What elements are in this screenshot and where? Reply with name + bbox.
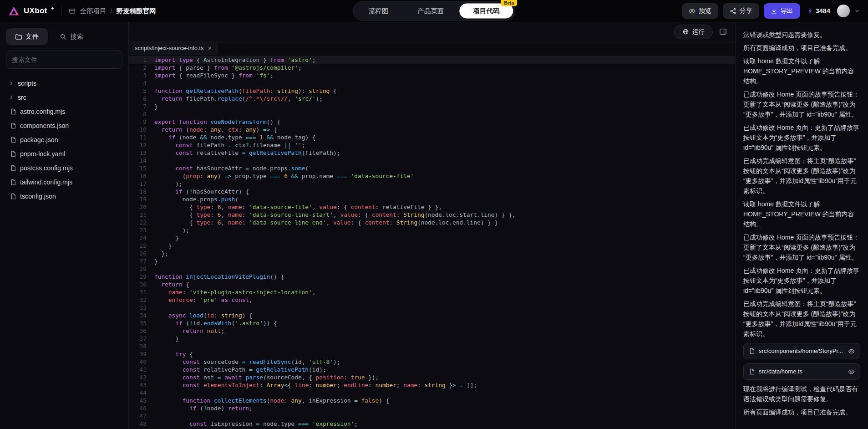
code-line[interactable]: 46 if (!node) return; (129, 404, 735, 412)
code-line[interactable]: 11 if (node && node.type === 1 && node.t… (129, 133, 735, 141)
code-line[interactable]: 38 (129, 342, 735, 350)
code-line[interactable]: 12 const filePath = ctx?.filename || ''; (129, 141, 735, 149)
code-line[interactable]: 4 (129, 79, 735, 87)
code-line[interactable]: 19 node.props.push( (129, 195, 735, 203)
logo-icon (8, 5, 20, 17)
code-line[interactable]: 43 const elementsToInject: Array<{ line:… (129, 381, 735, 389)
share-button[interactable]: 分享 (723, 3, 759, 19)
code-line[interactable]: 16 (prop: any) => prop.type === 6 && pro… (129, 172, 735, 180)
editor-tab[interactable]: scripts/inject-source-info.ts × (129, 41, 218, 55)
brand[interactable]: UXbot + (8, 5, 54, 17)
code-line[interactable]: 5function getRelativePath(filePath: stri… (129, 87, 735, 95)
breadcrumb-project-name[interactable]: 野麦精酿官网 (116, 7, 156, 15)
file-chip[interactable]: src/data/home.ts (743, 363, 860, 380)
tree-file[interactable]: tsconfig.json (6, 189, 122, 203)
code-line[interactable]: 15 const hasSourceAttr = node.props.some… (129, 164, 735, 172)
file-icon (10, 108, 16, 115)
code-line[interactable]: 35 if (!id.endsWith('.astro')) { (129, 319, 735, 327)
tree-file[interactable]: package.json (6, 133, 122, 147)
line-number: 31 (129, 288, 154, 296)
export-button[interactable]: 导出 (764, 3, 800, 19)
code-line[interactable]: 13 const relativeFile = getRelativePath(… (129, 149, 735, 157)
code-line[interactable]: 7} (129, 102, 735, 110)
file-search-input[interactable] (6, 51, 122, 69)
code-line[interactable]: 22 { type: 6, name: 'data-source-line-en… (129, 219, 735, 226)
code-line[interactable]: 8 (129, 110, 735, 118)
chat-message: 所有页面编译成功，项目已准备完成。 (743, 407, 860, 417)
line-number: 11 (129, 133, 154, 141)
code-line[interactable]: 6 return filePath.replace(/^.*\/src\//, … (129, 95, 735, 102)
code-line[interactable]: 27} (129, 257, 735, 265)
code-line[interactable]: 42 const ast = await parse(sourceCode, {… (129, 373, 735, 381)
tree-file[interactable]: components.json (6, 118, 122, 133)
mode-tab-project-code[interactable]: 项目代码Beta (459, 4, 513, 19)
code-line[interactable]: 26 }; (129, 250, 735, 257)
code-line[interactable]: 29function injectLocationVitePlugin() { (129, 273, 735, 281)
file-name: astro.config.mjs (20, 108, 65, 115)
files-tab[interactable]: 文件 (6, 28, 48, 45)
avatar[interactable] (837, 5, 850, 17)
eye-icon[interactable] (848, 348, 855, 355)
code-line[interactable]: 10 return (node: any, ctx: any) => { (129, 126, 735, 133)
code-line[interactable]: 37 } (129, 335, 735, 342)
line-number: 5 (129, 87, 154, 95)
breadcrumb-all-projects[interactable]: 全部项目 (80, 7, 106, 15)
mode-tab-product-page[interactable]: 产品页面 (404, 4, 457, 19)
code-line[interactable]: 36 return null; (129, 327, 735, 335)
code-line[interactable]: 28 (129, 265, 735, 273)
tree-folder-src[interactable]: src (6, 90, 122, 104)
code-line[interactable]: 2import { parse } from '@astrojs/compile… (129, 64, 735, 72)
file-chip[interactable]: src/components/home/StoryPr... (743, 343, 860, 359)
line-number: 28 (129, 265, 154, 273)
code-line[interactable]: 40 const sourceCode = readFileSync(id, '… (129, 358, 735, 366)
mode-tab-flowchart[interactable]: 流程图 (355, 4, 402, 19)
code-line[interactable]: 25 } (129, 242, 735, 250)
tree-file[interactable]: astro.config.mjs (6, 104, 122, 118)
eye-icon[interactable] (848, 368, 855, 375)
code-line[interactable]: 24 } (129, 234, 735, 242)
code-line[interactable]: 48 const isExpression = node.type === 'e… (129, 420, 735, 428)
chevron-down-icon[interactable] (854, 8, 860, 14)
code-line[interactable]: 1import type { AstroIntegration } from '… (129, 56, 735, 64)
file-icon (10, 179, 16, 185)
code-line[interactable]: 17 ); (129, 180, 735, 188)
tree-folder-scripts[interactable]: scripts (6, 76, 122, 90)
code-line[interactable]: 14 (129, 157, 735, 164)
share-icon (730, 8, 736, 15)
search-tab-label: 搜索 (70, 32, 83, 41)
toggle-right-panel-button[interactable] (718, 27, 728, 36)
code-line[interactable]: 41 const relativePath = getRelativePath(… (129, 366, 735, 373)
editor-header: 运行 (129, 22, 735, 41)
code-line[interactable]: 30 return { (129, 281, 735, 288)
tree-file[interactable]: postcss.config.mjs (6, 161, 122, 175)
code-line[interactable]: 39 try { (129, 350, 735, 358)
code-area[interactable]: 1import type { AstroIntegration } from '… (129, 55, 735, 429)
run-button[interactable]: 运行 (674, 25, 713, 39)
line-number: 16 (129, 172, 154, 180)
credits: 3484 (807, 7, 830, 15)
search-tab[interactable]: 搜索 (51, 28, 92, 45)
preview-button[interactable]: 预览 (682, 3, 718, 19)
code-line[interactable]: 33 (129, 304, 735, 312)
code-line[interactable]: 9export function vueNodeTransform() { (129, 118, 735, 126)
code-line[interactable]: 44 (129, 389, 735, 397)
chat-panel[interactable]: 法错误或类型问题需要修复。所有页面编译成功，项目已准备完成。读取 home 数据… (735, 22, 868, 429)
code-line[interactable]: 32 enforce: 'pre' as const, (129, 296, 735, 304)
tree-file[interactable]: pnpm-lock.yaml (6, 147, 122, 161)
code-line[interactable]: 31 name: 'vite-plugin-astro-inject-locat… (129, 288, 735, 296)
code-line[interactable]: 34 async load(id: string) { (129, 312, 735, 319)
code-line[interactable]: 18 if (!hasSourceAttr) { (129, 188, 735, 195)
panel-toggle-icon (719, 28, 727, 36)
chat-message: 已成功完成编辑意图：将主页“酿造故事”按钮的文本从“阅读更多 (酿造故事)”改为… (743, 299, 860, 339)
code-line[interactable]: 3import { readFileSync } from 'fs'; (129, 72, 735, 79)
tree-file[interactable]: tailwind.config.mjs (6, 175, 122, 189)
line-number: 32 (129, 296, 154, 304)
code-line[interactable]: 45 function collectElements(node: any, i… (129, 397, 735, 404)
line-number: 46 (129, 404, 154, 412)
close-tab-icon[interactable]: × (208, 45, 212, 51)
code-line[interactable]: 47 (129, 412, 735, 420)
code-line[interactable]: 20 { type: 6, name: 'data-source-file', … (129, 203, 735, 211)
line-number: 36 (129, 327, 154, 335)
code-line[interactable]: 23 ); (129, 226, 735, 234)
code-line[interactable]: 21 { type: 6, name: 'data-source-line-st… (129, 211, 735, 219)
